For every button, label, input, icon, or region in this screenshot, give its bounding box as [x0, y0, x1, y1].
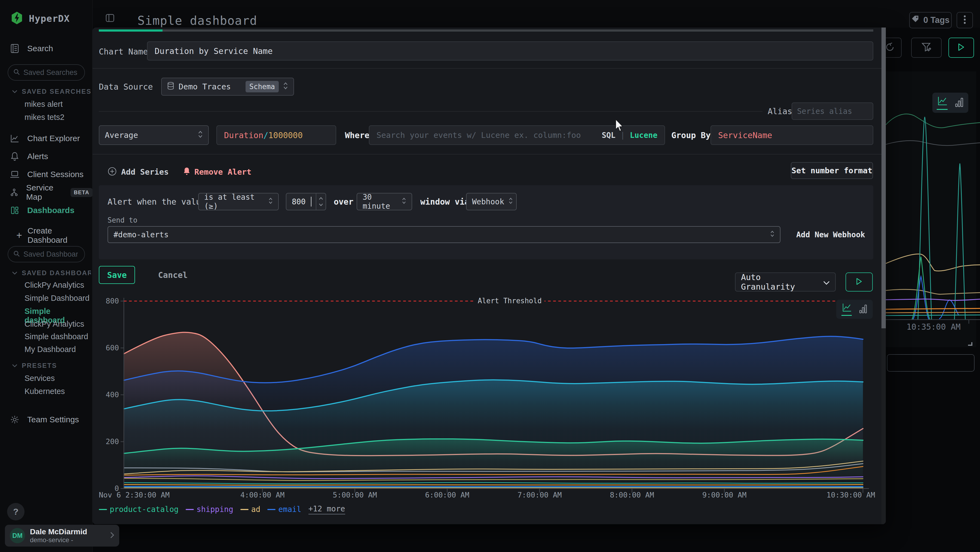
bell-icon [10, 152, 20, 161]
legend-more[interactable]: +12 more [309, 504, 345, 514]
kebab-icon [964, 15, 966, 26]
chart-name-label: Chart Name [99, 42, 148, 61]
add-series-button[interactable]: Add Series [108, 165, 169, 179]
alert-condition-select[interactable]: is at least (≥) [198, 193, 279, 211]
legend-swatch [99, 509, 107, 510]
saved-dashboards-header[interactable]: SAVED DASHBOARDS [12, 269, 91, 277]
data-source-select[interactable]: Demo Traces Schema [161, 78, 294, 96]
send-to-select[interactable]: #demo-alerts [108, 226, 780, 243]
presets-header[interactable]: PRESETS [12, 362, 57, 369]
save-button[interactable]: Save [99, 266, 135, 284]
dashboard-grid-icon [10, 206, 20, 215]
brand[interactable]: HyperDX [11, 11, 70, 26]
saved-dashboard-item[interactable]: ClickPy Analytics [24, 281, 84, 290]
saved-dashboard-item[interactable]: Simple Dashboard [24, 294, 89, 303]
legend-label: product-catalog [110, 505, 178, 514]
preset-item[interactable]: Kubernetes [24, 387, 65, 396]
saved-searches-input[interactable] [24, 69, 78, 77]
alias-input[interactable] [797, 107, 868, 116]
run-chart-button[interactable] [846, 273, 873, 292]
plus-circle-icon [108, 167, 117, 177]
saved-dashboards-input[interactable] [24, 250, 78, 258]
saved-dashboard-item[interactable]: Simple dashboard [24, 332, 88, 341]
play-icon [856, 278, 862, 286]
sidebar-item-client-sessions[interactable]: Client Sessions [0, 167, 92, 182]
sidebar-item-dashboards[interactable]: Dashboards [0, 203, 92, 218]
sidebar-item-search[interactable]: Search [0, 41, 92, 56]
sql-toggle[interactable]: SQL [601, 131, 616, 140]
saved-dashboard-item[interactable]: ClickPy Analytics [24, 320, 84, 329]
database-icon [167, 82, 174, 92]
saved-dashboard-item[interactable]: My Dashboard [24, 345, 76, 354]
where-input[interactable] [377, 131, 597, 140]
field-expression[interactable]: Duration/1000000 [216, 125, 336, 145]
gear-icon [10, 415, 20, 424]
background-chart-type-toggle[interactable] [932, 93, 968, 113]
sidebar-item-service-map[interactable]: Service Map BETA [0, 185, 92, 200]
sidebar-item-team-settings[interactable]: Team Settings [0, 412, 92, 427]
search-icon [13, 69, 20, 77]
number-spinner[interactable] [316, 193, 326, 210]
legend-item[interactable]: email [267, 505, 301, 514]
aggregation-select[interactable]: Average [99, 125, 209, 145]
background-empty-panel [887, 354, 975, 372]
alert-threshold-field[interactable]: 800 [286, 193, 326, 211]
saved-searches-header[interactable]: SAVED SEARCHES [12, 88, 91, 95]
group-by-field[interactable]: ServiceName [711, 125, 873, 145]
chart-name-input[interactable] [154, 46, 865, 56]
x-tick-label: 9:00:00 AM [702, 491, 747, 499]
run-query-background-button[interactable] [948, 38, 974, 58]
filter-button[interactable] [911, 38, 942, 58]
avatar: DM [10, 528, 25, 543]
chart-legend: product-catalogshippingademail+12 more [99, 504, 345, 514]
laptop-icon [10, 170, 20, 179]
duration-line-chart[interactable] [94, 293, 875, 500]
add-new-webhook-link[interactable]: Add New Webhook [796, 230, 865, 239]
cancel-button[interactable]: Cancel [148, 266, 197, 284]
help-button[interactable]: ? [7, 503, 24, 520]
line-chart-icon[interactable] [937, 96, 948, 110]
beta-badge: BETA [70, 188, 92, 197]
alert-channel-select[interactable]: Webhook [466, 193, 517, 211]
sidebar-item-chart-explorer[interactable]: Chart Explorer [0, 131, 92, 146]
legend-swatch [267, 509, 275, 510]
bar-chart-icon[interactable] [955, 97, 964, 108]
alert-window-select[interactable]: 30 minute [356, 193, 412, 211]
set-number-format-button[interactable]: Set number format [791, 162, 873, 179]
chart-type-toggle[interactable] [836, 300, 873, 319]
brand-name: HyperDX [29, 13, 70, 24]
user-card[interactable]: DM Dale McDiarmid demo-service - [5, 525, 119, 547]
tags-button[interactable]: 0 Tags [909, 12, 952, 28]
alert-threshold-label: Alert Threshold [475, 297, 544, 305]
updown-chevron-icon [283, 82, 288, 92]
sidebar-item-alerts[interactable]: Alerts [0, 149, 92, 164]
lucene-toggle[interactable]: Lucene [630, 131, 657, 140]
granularity-select[interactable]: Auto Granularity [735, 273, 836, 292]
saved-search-item[interactable]: mikes tets2 [24, 113, 65, 122]
remove-alert-button[interactable]: Remove Alert [183, 165, 251, 179]
more-menu-button[interactable] [956, 12, 973, 28]
bar-chart-icon[interactable] [859, 304, 867, 315]
alias-field[interactable] [792, 102, 873, 120]
chevron-down-icon [823, 278, 830, 287]
sidebar: HyperDX Search SAVED SEARCHES mikes aler… [0, 0, 92, 552]
saved-searches-search[interactable] [8, 64, 85, 81]
preset-item[interactable]: Services [24, 374, 55, 383]
sidebar-collapse-button[interactable] [106, 14, 115, 23]
saved-dashboards-search[interactable] [8, 246, 85, 262]
data-source-label: Data Source [99, 78, 153, 96]
chart-name-field[interactable] [147, 41, 873, 61]
saved-search-item[interactable]: mikes alert [24, 100, 63, 109]
mouse-cursor [615, 119, 625, 134]
line-chart-icon[interactable] [842, 303, 852, 316]
y-tick-label: 800 [94, 297, 119, 305]
resize-handle-icon[interactable] [968, 342, 972, 346]
y-tick-label: 600 [94, 343, 119, 352]
legend-item[interactable]: ad [240, 505, 261, 514]
legend-item[interactable]: product-catalog [99, 505, 178, 514]
hyperdx-logo-icon [11, 11, 23, 26]
legend-item[interactable]: shipping [186, 505, 233, 514]
alert-bell-icon [183, 167, 191, 177]
modal-scrollbar-thumb[interactable] [881, 27, 886, 328]
create-dashboard-button[interactable]: + Create Dashboard [16, 226, 92, 245]
